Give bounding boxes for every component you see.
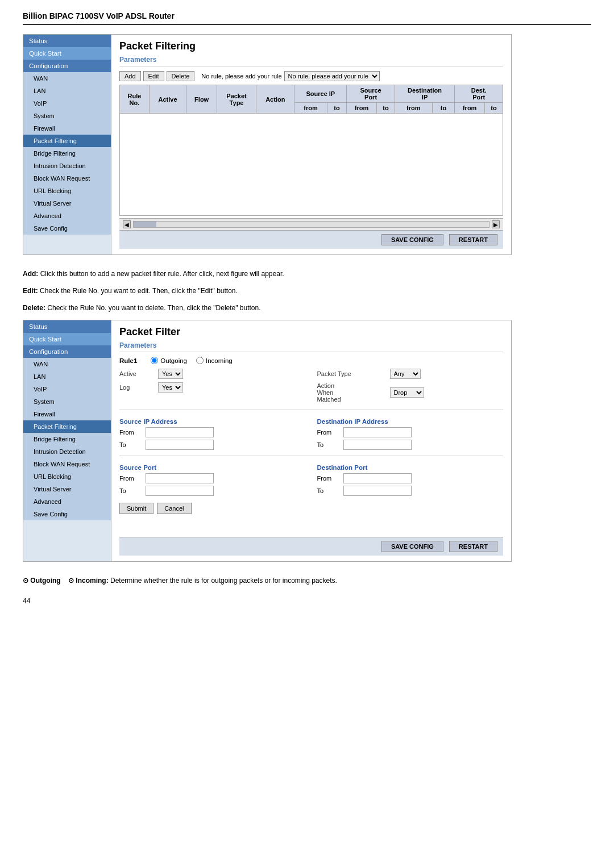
- sidebar2-item-url-blocking[interactable]: URL Blocking: [23, 470, 111, 483]
- sidebar2-item-save-config[interactable]: Save Config: [23, 508, 111, 520]
- sidebar2-item-bridge-filtering[interactable]: Bridge Filtering: [23, 433, 111, 445]
- sidebar2-item-status[interactable]: Status: [23, 320, 111, 333]
- scroll-right[interactable]: ▶: [492, 220, 500, 228]
- dest-ip-from-input[interactable]: [343, 427, 412, 437]
- th-flow: Flow: [186, 85, 217, 114]
- source-ip-section: Source IP Address From To: [119, 414, 306, 452]
- packet-type-row: Packet Type Any TCP UDP ICMP: [317, 369, 504, 379]
- sidebar-item-url-blocking[interactable]: URL Blocking: [23, 185, 111, 197]
- source-port-from-label: From: [119, 475, 142, 482]
- log-select[interactable]: Yes No: [158, 382, 183, 393]
- th-dest-port-to: to: [485, 103, 503, 114]
- no-rule-select[interactable]: No rule, please add your rule: [284, 71, 380, 81]
- sidebar2-item-system[interactable]: System: [23, 395, 111, 408]
- sidebar-item-block-wan-request[interactable]: Block WAN Request: [23, 172, 111, 185]
- panel1-subtitle: Parameters: [119, 56, 503, 66]
- dest-port-to-input[interactable]: [343, 486, 412, 496]
- dest-ip-section: Destination IP Address From To: [317, 414, 504, 452]
- sidebar2-item-quickstart[interactable]: Quick Start: [23, 333, 111, 345]
- desc-add-bold: Add:: [23, 270, 38, 278]
- restart-button-1[interactable]: RESTART: [449, 234, 497, 245]
- scroll-track[interactable]: [133, 221, 489, 228]
- active-label: Active: [119, 370, 154, 377]
- th-source-ip-from: from: [294, 103, 327, 114]
- source-port-to-input[interactable]: [146, 486, 214, 496]
- sidebar-item-voip[interactable]: VoIP: [23, 97, 111, 110]
- source-port-header: Source Port: [119, 464, 306, 471]
- restart-button-2[interactable]: RESTART: [449, 541, 497, 552]
- desc-delete-text: Check the Rule No. you want to delete. T…: [47, 304, 260, 312]
- sidebar2-item-intrusion-detection[interactable]: Intrusion Detection: [23, 445, 111, 458]
- source-port-from-input[interactable]: [146, 473, 214, 483]
- packet-type-select[interactable]: Any TCP UDP ICMP: [390, 369, 421, 379]
- dest-port-from-input[interactable]: [343, 473, 412, 483]
- sidebar2-item-virtual-server[interactable]: Virtual Server: [23, 483, 111, 495]
- edit-button[interactable]: Edit: [143, 71, 164, 81]
- save-config-button-1[interactable]: SAVE CONFIG: [381, 234, 443, 245]
- incoming-radio[interactable]: [196, 357, 204, 364]
- final-incoming-bold: ⊙ Incoming:: [68, 577, 109, 585]
- sidebar-item-advanced[interactable]: Advanced: [23, 210, 111, 222]
- source-ip-from-row: From: [119, 427, 306, 437]
- th-dest-port: Dest.Port: [455, 85, 503, 103]
- sidebar-item-bridge-filtering[interactable]: Bridge Filtering: [23, 147, 111, 160]
- source-ip-from-label: From: [119, 429, 142, 436]
- th-packet-type: PacketType: [217, 85, 256, 114]
- source-ip-to-label: To: [119, 441, 142, 448]
- sidebar2-item-packet-filtering[interactable]: Packet Filtering: [23, 420, 111, 433]
- sidebar-item-wan[interactable]: WAN: [23, 72, 111, 85]
- sidebar-item-firewall[interactable]: Firewall: [23, 122, 111, 135]
- sidebar-item-intrusion-detection[interactable]: Intrusion Detection: [23, 160, 111, 172]
- desc-edit-bold: Edit:: [23, 287, 38, 295]
- final-desc: ⊙ Outgoing ⊙ Incoming: Determine whether…: [23, 575, 591, 586]
- sidebar-item-save-config[interactable]: Save Config: [23, 222, 111, 235]
- dest-ip-to-row: To: [317, 440, 504, 450]
- dest-ip-to-input[interactable]: [343, 440, 412, 450]
- outgoing-radio-label[interactable]: Outgoing: [151, 357, 187, 364]
- sidebar2-item-wan[interactable]: WAN: [23, 358, 111, 370]
- form-right: Packet Type Any TCP UDP ICMP ActionWhenM…: [317, 369, 504, 406]
- action-select[interactable]: Drop Accept: [390, 387, 424, 398]
- source-ip-to-input[interactable]: [146, 440, 214, 450]
- divider-1: [119, 410, 503, 410]
- sidebar2-item-configuration[interactable]: Configuration: [23, 345, 111, 358]
- dest-ip-from-row: From: [317, 427, 504, 437]
- sidebar-item-virtual-server[interactable]: Virtual Server: [23, 197, 111, 210]
- sidebar-item-system[interactable]: System: [23, 110, 111, 122]
- action-buttons: Submit Cancel: [119, 503, 503, 514]
- sidebar-item-lan[interactable]: LAN: [23, 85, 111, 97]
- incoming-radio-label[interactable]: Incoming: [196, 357, 233, 364]
- dest-port-to-row: To: [317, 486, 504, 496]
- desc-delete: Delete: Check the Rule No. you want to d…: [23, 303, 591, 313]
- cancel-button[interactable]: Cancel: [157, 503, 191, 514]
- sidebar2-item-voip[interactable]: VoIP: [23, 383, 111, 395]
- log-row: Log Yes No: [119, 382, 306, 393]
- outgoing-radio[interactable]: [151, 357, 158, 364]
- panel2-section-title: Packet Filter: [119, 326, 503, 338]
- button-row: Add Edit Delete No rule, please add your…: [119, 71, 503, 81]
- save-config-button-2[interactable]: SAVE CONFIG: [381, 541, 443, 552]
- source-ip-from-input[interactable]: [146, 427, 214, 437]
- desc-add: Add: Click this button to add a new pack…: [23, 269, 591, 279]
- th-destination-ip: DestinationIP: [395, 85, 454, 103]
- scroll-left[interactable]: ◀: [123, 220, 131, 228]
- delete-button[interactable]: Delete: [167, 71, 195, 81]
- desc-delete-bold: Delete:: [23, 304, 45, 312]
- form-grid: Active Yes No Log Yes No: [119, 369, 503, 406]
- add-button[interactable]: Add: [119, 71, 141, 81]
- sidebar-item-configuration[interactable]: Configuration: [23, 60, 111, 72]
- sidebar-item-quickstart[interactable]: Quick Start: [23, 47, 111, 60]
- final-outgoing-bold: ⊙ Outgoing: [23, 577, 61, 585]
- dest-port-header: Destination Port: [317, 464, 504, 471]
- th-dest-ip-to: to: [432, 103, 455, 114]
- sidebar2-item-firewall[interactable]: Firewall: [23, 408, 111, 420]
- submit-button[interactable]: Submit: [119, 503, 154, 514]
- sidebar-item-packet-filtering[interactable]: Packet Filtering: [23, 135, 111, 147]
- source-port-to-row: To: [119, 486, 306, 496]
- sidebar2-item-block-wan-request[interactable]: Block WAN Request: [23, 458, 111, 470]
- rule1-label: Rule1: [119, 357, 137, 364]
- sidebar2-item-lan[interactable]: LAN: [23, 370, 111, 383]
- sidebar2-item-advanced[interactable]: Advanced: [23, 495, 111, 508]
- sidebar-item-status[interactable]: Status: [23, 35, 111, 47]
- active-select[interactable]: Yes No: [158, 369, 183, 379]
